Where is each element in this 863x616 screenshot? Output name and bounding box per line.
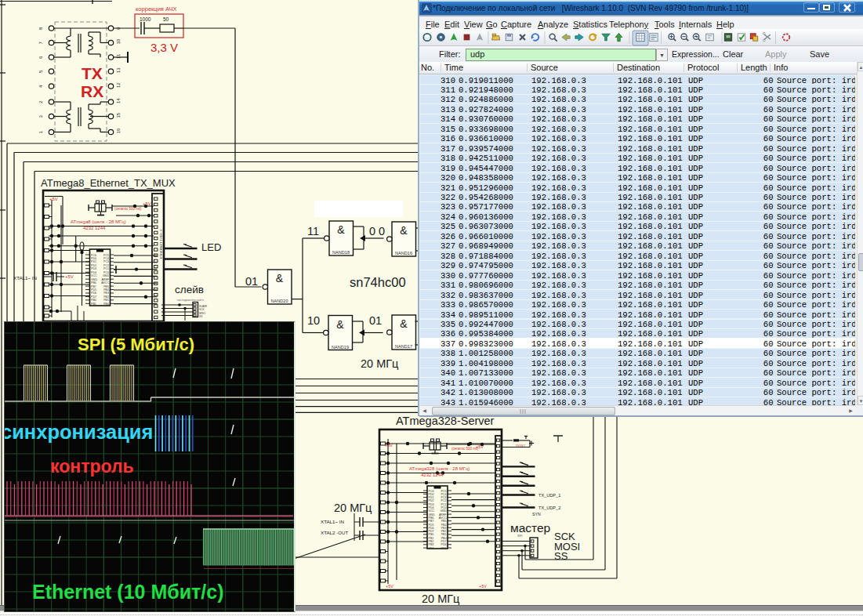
svg-text:PD4: PD4 — [91, 271, 96, 274]
svg-text:NAND18: NAND18 — [332, 250, 350, 255]
svg-text:TX_UDP_1: TX_UDP_1 — [538, 493, 560, 498]
svg-text:SPI: SPI — [517, 534, 522, 538]
svg-text:&: & — [276, 272, 284, 284]
svg-text:Ethernet (10 Мбит/с): Ethernet (10 Мбит/с) — [32, 581, 223, 603]
svg-text:PC5: PC5 — [103, 254, 109, 257]
svg-text:20 МГц: 20 МГц — [361, 357, 398, 370]
svg-text:ETHERNET TXD0..3: ETHERNET TXD0..3 — [159, 229, 163, 259]
svg-text:VCC: VCC — [91, 274, 97, 277]
svg-text:PB7: PB7 — [91, 285, 96, 288]
svg-text:GND: GND — [103, 274, 109, 277]
svg-text:2: 2 — [38, 100, 43, 103]
svg-text:01: 01 — [369, 314, 382, 327]
svg-text:PB4: PB4 — [429, 547, 434, 550]
svg-text:PC3: PC3 — [103, 260, 109, 263]
svg-text:XTAL2 -OUT: XTAL2 -OUT — [321, 530, 349, 535]
svg-text:PC1: PC1 — [103, 267, 109, 270]
svg-text:+5V: +5V — [386, 584, 393, 589]
svg-text:PB4: PB4 — [103, 288, 109, 292]
svg-text:PD7: PD7 — [91, 295, 96, 299]
svg-text:7: 7 — [38, 42, 43, 45]
svg-text:PD0: PD0 — [91, 257, 96, 260]
svg-text:+5V: +5V — [476, 444, 484, 449]
svg-text:+5V: +5V — [65, 274, 74, 279]
svg-text:+5V: +5V — [385, 443, 393, 448]
svg-text:PC6: PC6 — [91, 254, 96, 257]
svg-text:+5V: +5V — [143, 201, 151, 206]
svg-text:PC2: PC2 — [103, 264, 109, 267]
svg-text:PB3: PB3 — [103, 292, 109, 295]
svg-text:PB0: PB0 — [103, 303, 109, 306]
svg-text:(ceramic 500 mil): (ceramic 500 mil) — [451, 447, 479, 451]
svg-text:PB2: PB2 — [103, 295, 109, 299]
svg-text:XTAL1~ IN: XTAL1~ IN — [13, 275, 37, 281]
svg-text:PB0: PB0 — [91, 299, 96, 302]
svg-text:RX: RX — [81, 82, 103, 100]
svg-text:NAND20: NAND20 — [270, 299, 288, 303]
svg-text:&: & — [400, 317, 408, 330]
svg-text:NAND17: NAND17 — [395, 344, 412, 349]
svg-text:PD5: PD5 — [441, 547, 447, 550]
svg-text:10: 10 — [307, 314, 320, 327]
svg-text:PD2: PD2 — [91, 264, 96, 267]
svg-text:PD1: PD1 — [91, 260, 96, 263]
svg-text:AREF: AREF — [101, 278, 109, 281]
svg-text:TX_UDP_2: TX_UDP_2 — [538, 505, 560, 510]
svg-text:LED: LED — [201, 241, 221, 253]
svg-text:SS: SS — [554, 550, 568, 562]
svg-text:XTAL1~ IN: XTAL1~ IN — [321, 519, 344, 524]
svg-text:SPI (5 Мбит/с): SPI (5 Мбит/с) — [78, 335, 194, 354]
svg-text:20 МГц: 20 МГц — [334, 502, 372, 514]
svg-text:ATmega328 (шелк - 28 МГц): ATmega328 (шелк - 28 МГц) — [409, 466, 470, 471]
svg-text:TX: TX — [82, 64, 103, 82]
svg-text:SS: SS — [199, 315, 202, 318]
svg-text:4: 4 — [38, 85, 43, 88]
svg-text:+5V: +5V — [479, 584, 487, 589]
svg-text:+5V: +5V — [49, 197, 58, 201]
svg-text:ATmega8_Ethernet_TX_MUX: ATmega8_Ethernet_TX_MUX — [41, 177, 176, 189]
svg-text:PD6: PD6 — [91, 292, 96, 295]
svg-text:PB1: PB1 — [103, 299, 109, 302]
svg-text:3,3 V: 3,3 V — [150, 41, 178, 54]
svg-text:SYN: SYN — [532, 512, 541, 516]
svg-text:01: 01 — [245, 275, 258, 288]
svg-text:PD3: PD3 — [91, 267, 96, 270]
svg-text:коррекция АЧХ: коррекция АЧХ — [136, 5, 176, 13]
svg-text:&: & — [336, 318, 344, 331]
svg-text:&: & — [337, 223, 345, 236]
svg-text:8: 8 — [38, 27, 43, 30]
svg-text:4232 1244: 4232 1244 — [421, 473, 444, 477]
svg-text:RESET: RESET — [516, 444, 526, 448]
svg-text:14: 14 — [116, 98, 121, 103]
svg-text:PD5: PD5 — [91, 288, 96, 292]
svg-text:(ceramic 500 mil): (ceramic 500 mil) — [114, 207, 142, 211]
svg-text:5: 5 — [38, 70, 43, 73]
svg-text:10: 10 — [116, 38, 121, 44]
svg-text:AVCC: AVCC — [101, 281, 109, 284]
svg-text:3: 3 — [38, 115, 43, 118]
svg-text:sn74hc00: sn74hc00 — [350, 275, 406, 289]
svg-text:12: 12 — [116, 82, 121, 88]
svg-text:0 0: 0 0 — [369, 225, 385, 237]
svg-text:PC4: PC4 — [103, 257, 109, 260]
svg-text:PC0: PC0 — [103, 271, 109, 274]
svg-text:&: & — [400, 224, 408, 237]
svg-text:слейв: слейв — [175, 284, 204, 295]
svg-text:13: 13 — [116, 67, 121, 73]
svg-text:11: 11 — [307, 225, 319, 237]
svg-text:мастер: мастер — [510, 521, 550, 534]
svg-text:6: 6 — [38, 56, 43, 59]
svg-text:SCK: SCK — [199, 308, 205, 311]
svg-text:1: 1 — [38, 131, 43, 134]
svg-text:11: 11 — [116, 53, 121, 59]
svg-text:20 МГц: 20 МГц — [422, 592, 459, 605]
svg-text:PB1: PB1 — [91, 303, 96, 306]
svg-text:NAND16: NAND16 — [395, 251, 412, 255]
svg-text:16: 16 — [116, 128, 121, 133]
svg-text:NAND19: NAND19 — [332, 345, 349, 350]
svg-text:PB6: PB6 — [91, 281, 96, 284]
svg-text:последовательный п.: последовательный п. — [177, 299, 205, 302]
svg-text:1000: 1000 — [140, 16, 151, 22]
svg-text:15: 15 — [116, 112, 121, 118]
svg-text:4232 1244: 4232 1244 — [83, 226, 106, 230]
